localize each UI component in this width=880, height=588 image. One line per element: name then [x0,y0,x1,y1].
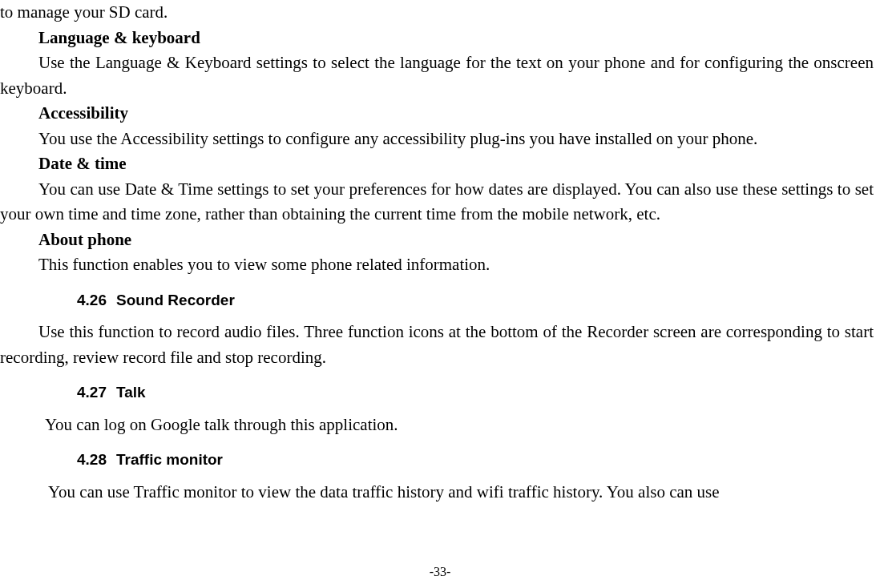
section-title: Sound Recorder [116,292,235,308]
section-heading-talk: 4.27Talk [77,381,874,405]
intro-fragment: to manage your SD card. [0,0,874,26]
section-title: Traffic monitor [116,451,223,468]
body-traffic-monitor: You can use Traffic monitor to view the … [0,480,874,505]
body-date-time: You can use Date & Time settings to set … [0,177,874,228]
section-num: 4.28 [77,449,107,472]
heading-accessibility: Accessibility [0,101,874,127]
body-about-phone: This function enables you to view some p… [0,252,874,278]
section-num: 4.27 [77,381,107,405]
section-num: 4.26 [77,289,107,312]
heading-about-phone: About phone [0,228,874,253]
body-sound-recorder: Use this function to record audio files.… [0,320,874,370]
section-title: Talk [116,384,146,401]
section-heading-sound-recorder: 4.26Sound Recorder [77,289,874,312]
heading-language-keyboard: Language & keyboard [0,26,874,51]
document-page: to manage your SD card. Language & keybo… [0,0,880,588]
body-talk: You can log on Google talk through this … [0,413,874,438]
page-number: -33- [0,562,880,582]
section-heading-traffic-monitor: 4.28Traffic monitor [77,449,874,472]
heading-date-time: Date & time [0,151,874,177]
body-accessibility: You use the Accessibility settings to co… [0,127,874,152]
body-language-keyboard: Use the Language & Keyboard settings to … [0,50,874,101]
